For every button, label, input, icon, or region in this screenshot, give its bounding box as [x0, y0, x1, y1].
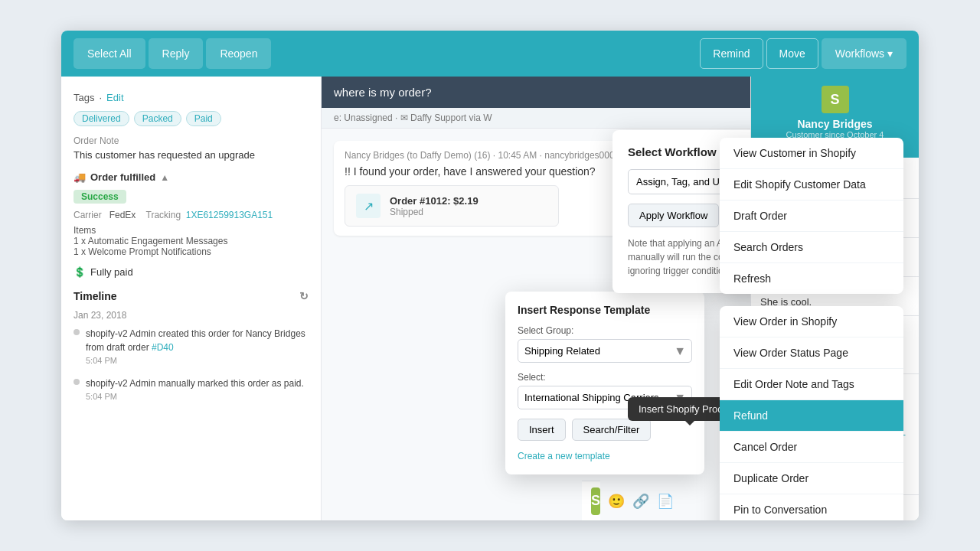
dropdown-menu-order: View Order in Shopify View Order Status … — [720, 306, 903, 520]
template-title: Insert Response Template — [518, 304, 692, 316]
menu-search-orders[interactable]: Search Orders — [720, 232, 903, 263]
link-icon[interactable]: 🔗 — [632, 491, 649, 512]
conversation-header: where is my order? — [322, 77, 750, 108]
dropdown-menu-customer: View Customer in Shopify Edit Shopify Cu… — [720, 138, 903, 294]
items-list: Items 1 x Automatic Engagement Messages … — [74, 225, 309, 257]
chevron-up-icon: ▲ — [160, 172, 169, 183]
app-container: Select All Reply Reopen Remind Move Work… — [61, 31, 919, 520]
timeline-time-2: 5:04 PM — [86, 390, 304, 403]
timeline-item-2: shopify-v2 Admin manually marked this or… — [74, 377, 309, 403]
remind-button[interactable]: Remind — [700, 38, 763, 69]
carrier-detail: Carrier FedEx Tracking 1XE61259913GA151 — [74, 210, 309, 220]
tag-packed: Packed — [134, 111, 181, 126]
emoji-icon[interactable]: 🙂 — [608, 491, 625, 512]
success-badge: Success — [74, 190, 126, 204]
template-panel: Insert Response Template Select Group: S… — [505, 292, 704, 474]
timeline-header: Timeline ↻ — [74, 290, 309, 302]
toolbar: Select All Reply Reopen Remind Move Work… — [61, 31, 919, 77]
order-fulfilled-row: 🚚 Order fulfilled ▲ — [74, 171, 309, 183]
menu-refresh[interactable]: Refresh — [720, 263, 903, 294]
create-template-link[interactable]: Create a new template — [518, 451, 610, 461]
menu-edit-order-note[interactable]: Edit Order Note and Tags — [720, 369, 903, 400]
left-panel: Tags · Edit Delivered Packed Paid Order … — [61, 77, 322, 520]
group-select[interactable]: Shipping Related — [518, 339, 692, 363]
reopen-button[interactable]: Reopen — [206, 38, 271, 69]
menu-edit-customer[interactable]: Edit Shopify Customer Data — [720, 169, 903, 201]
menu-pin-to-conversation[interactable]: Pin to Conversation — [720, 494, 903, 520]
apply-workflow-button[interactable]: Apply Workflow — [628, 204, 719, 227]
insert-button[interactable]: Insert — [518, 419, 566, 441]
timeline-event1-text: shopify-v2 Admin created this order for … — [86, 328, 305, 353]
tags-edit-link[interactable]: Edit — [106, 92, 123, 103]
group-select-wrap: Shipping Related ▼ — [518, 339, 692, 363]
menu-cancel-order[interactable]: Cancel Order — [720, 432, 903, 463]
order-status: Shipped — [390, 207, 479, 217]
order-card-icon: ↗ — [356, 194, 381, 218]
conversation-subject: where is my order? — [334, 86, 432, 99]
tags-row: Tags · Edit — [74, 92, 309, 103]
shopify-icon[interactable]: S — [591, 487, 600, 515]
tag-delivered: Delivered — [74, 111, 129, 126]
timeline-dot — [74, 329, 80, 335]
group-label: Select Group: — [518, 325, 692, 336]
order-note-label: Order Note — [74, 135, 309, 146]
item1: 1 x Automatic Engagement Messages — [74, 236, 309, 246]
order-note-text: This customer has requested an upgrade — [74, 149, 309, 161]
tags-label: Tags — [74, 92, 94, 103]
fully-paid: 💲 Fully paid — [74, 266, 309, 278]
template-btn-row: Insert Search/Filter — [518, 419, 692, 441]
menu-view-order-status[interactable]: View Order Status Page — [720, 337, 903, 369]
select-all-button[interactable]: Select All — [74, 38, 145, 69]
move-button[interactable]: Move — [766, 38, 818, 69]
reply-button[interactable]: Reply — [149, 38, 204, 69]
dollar-icon: 💲 — [74, 266, 86, 278]
menu-view-order[interactable]: View Order in Shopify — [720, 306, 903, 337]
search-filter-button[interactable]: Search/Filter — [572, 419, 652, 441]
truck-icon: 🚚 — [74, 171, 86, 183]
tracking-link[interactable]: 1XE61259913GA151 — [186, 210, 273, 220]
text-icon[interactable]: 📄 — [657, 491, 674, 512]
conversation-meta: e: Unassigned · ✉ Daffy Support via W — [322, 108, 750, 129]
menu-view-customer[interactable]: View Customer in Shopify — [720, 138, 903, 169]
select-label: Select: — [518, 372, 692, 383]
timeline-item-1: shopify-v2 Admin created this order for … — [74, 327, 309, 367]
timeline-event1-link[interactable]: #D40 — [152, 342, 174, 353]
workflows-button[interactable]: Workflows ▾ — [822, 38, 906, 69]
customer-name: Nancy Bridges — [760, 118, 910, 130]
order-card: ↗ Order #1012: $2.19 Shipped — [345, 185, 559, 227]
center-panel: where is my order? e: Unassigned · ✉ Daf… — [322, 77, 750, 520]
order-fulfilled-label: Order fulfilled — [90, 171, 155, 183]
timeline-dot-2 — [74, 379, 80, 385]
item2: 1 x Welcome Prompt Notifications — [74, 246, 309, 257]
shopify-logo: S — [822, 86, 849, 113]
items-label: Items — [74, 225, 309, 236]
timeline-date: Jan 23, 2018 — [74, 310, 309, 321]
timeline-time-1: 5:04 PM — [86, 354, 309, 367]
tag-paid: Paid — [186, 111, 221, 126]
menu-refund[interactable]: Refund — [720, 400, 903, 432]
menu-draft-order[interactable]: Draft Order — [720, 201, 903, 232]
tags-list: Delivered Packed Paid — [74, 111, 309, 126]
reply-toolbar: S 🙂 🔗 📄 — [582, 481, 600, 520]
menu-duplicate-order[interactable]: Duplicate Order — [720, 463, 903, 494]
order-number: Order #1012: $2.19 — [390, 195, 479, 207]
timeline-label: Timeline — [74, 290, 117, 302]
timeline-event2-text: shopify-v2 Admin manually marked this or… — [86, 378, 304, 389]
refresh-icon[interactable]: ↻ — [299, 290, 309, 302]
